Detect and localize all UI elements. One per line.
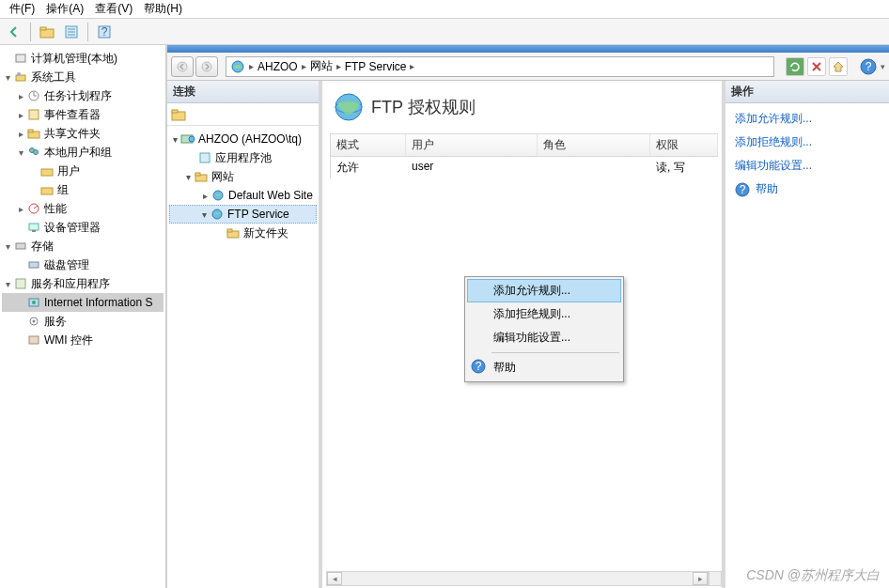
- nav-fwd-button[interactable]: [195, 56, 218, 77]
- tree-root[interactable]: 计算机管理(本地): [2, 49, 164, 68]
- properties-icon[interactable]: [61, 22, 82, 42]
- conn-apppools[interactable]: 应用程序池: [169, 148, 317, 167]
- tree-task-scheduler[interactable]: ▸任务计划程序: [2, 86, 164, 105]
- bc-right: ? ▾: [786, 57, 885, 76]
- col-role[interactable]: 角色: [538, 134, 650, 156]
- label: 存储: [31, 239, 54, 255]
- tree-iis[interactable]: Internet Information S: [2, 293, 164, 312]
- col-perm[interactable]: 权限: [650, 134, 718, 156]
- chevron-right-icon: ▸: [410, 61, 414, 71]
- actions-header: 操作: [725, 81, 889, 103]
- label: 服务: [44, 314, 67, 330]
- action-add-allow[interactable]: 添加允许规则...: [735, 111, 880, 127]
- conn-default-web-site[interactable]: ▸Default Web Site: [169, 186, 317, 205]
- ctx-edit-features[interactable]: 编辑功能设置...: [467, 326, 621, 349]
- conn-server[interactable]: ▾AHZOO (AHZOO\tq): [169, 130, 317, 148]
- chevron-right-icon: ▸: [336, 61, 341, 71]
- svg-point-10: [17, 72, 21, 76]
- col-mode[interactable]: 模式: [331, 134, 406, 156]
- tree-local-users-groups[interactable]: ▾本地用户和组: [2, 143, 164, 162]
- label: 应用程序池: [215, 150, 272, 166]
- ctx-add-deny[interactable]: 添加拒绝规则...: [467, 302, 621, 326]
- bc-ftp[interactable]: FTP Service: [345, 60, 407, 73]
- breadcrumb-path[interactable]: ▸ AHZOO ▸ 网站 ▸ FTP Service ▸: [226, 56, 774, 77]
- back-icon[interactable]: [4, 22, 24, 42]
- home-icon[interactable]: [829, 57, 848, 76]
- svg-rect-14: [29, 110, 39, 119]
- mmc-tree-pane: 计算机管理(本地) ▾系统工具 ▸任务计划程序 ▸事件查看器 ▸共享文件夹 ▾本…: [0, 45, 167, 588]
- rules-table[interactable]: 模式 用户 角色 权限 允许 user 读, 写: [330, 133, 718, 178]
- label: FTP Service: [227, 208, 289, 221]
- svg-text:?: ?: [866, 60, 872, 73]
- scroll-track[interactable]: [342, 572, 693, 585]
- nav-back-button[interactable]: [171, 56, 194, 77]
- svg-rect-24: [32, 230, 36, 232]
- tree-wmi[interactable]: WMI 控件: [2, 331, 164, 349]
- ctx-help[interactable]: ? 帮助: [467, 356, 621, 379]
- label: 网站: [211, 169, 234, 185]
- mmc-tree[interactable]: 计算机管理(本地) ▾系统工具 ▸任务计划程序 ▸事件查看器 ▸共享文件夹 ▾本…: [0, 45, 165, 353]
- tree-sys-tools[interactable]: ▾系统工具: [2, 68, 164, 86]
- separator: [30, 23, 31, 41]
- menu-action[interactable]: 操作(A): [40, 0, 89, 19]
- chevron-right-icon: ▸: [302, 61, 306, 71]
- menu-file[interactable]: 件(F): [4, 0, 40, 19]
- tree-services[interactable]: 服务: [2, 312, 164, 331]
- conn-tree[interactable]: ▾AHZOO (AHZOO\tq) 应用程序池 ▾网站 ▸Default Web…: [167, 126, 319, 588]
- tree-performance[interactable]: ▸性能: [2, 199, 164, 218]
- tree-users[interactable]: 用户: [2, 162, 164, 180]
- scrollbar-horizontal[interactable]: ◂ ▸: [326, 571, 709, 586]
- label: 组: [57, 182, 69, 198]
- label: 新文件夹: [243, 225, 289, 241]
- title-bar: [167, 45, 889, 53]
- bc-sites[interactable]: 网站: [310, 58, 333, 74]
- action-help[interactable]: ? 帮助: [735, 181, 880, 197]
- tree-shared-folders[interactable]: ▸共享文件夹: [2, 124, 164, 143]
- refresh-icon[interactable]: [786, 57, 804, 76]
- conn-new-folder[interactable]: 新文件夹: [169, 224, 317, 242]
- page-title: FTP 授权规则: [371, 96, 476, 118]
- svg-text:?: ?: [476, 360, 482, 373]
- menu-help[interactable]: 帮助(H): [138, 0, 188, 19]
- action-edit-features[interactable]: 编辑功能设置...: [735, 158, 880, 174]
- menu-bar: 件(F) 操作(A) 查看(V) 帮助(H): [0, 0, 889, 19]
- tree-disk-management[interactable]: 磁盘管理: [2, 255, 164, 274]
- svg-rect-42: [172, 110, 178, 113]
- tree-device-manager[interactable]: 设备管理器: [2, 218, 164, 237]
- col-user[interactable]: 用户: [406, 134, 538, 156]
- svg-point-33: [178, 62, 187, 71]
- help-icon[interactable]: ?: [94, 22, 115, 42]
- main-row: 计算机管理(本地) ▾系统工具 ▸任务计划程序 ▸事件查看器 ▸共享文件夹 ▾本…: [0, 45, 889, 588]
- label: 服务和应用程序: [31, 276, 110, 292]
- tree-event-viewer[interactable]: ▸事件查看器: [2, 105, 164, 124]
- label: 用户: [57, 163, 80, 179]
- label: 帮助: [756, 181, 778, 197]
- tree-services-apps[interactable]: ▾服务和应用程序: [2, 274, 164, 293]
- chevron-right-icon: ▸: [249, 61, 254, 71]
- action-add-deny[interactable]: 添加拒绝规则...: [735, 134, 880, 150]
- page-title-row: FTP 授权规则: [330, 88, 718, 133]
- stop-icon[interactable]: [807, 57, 826, 76]
- folder-up-icon[interactable]: [37, 22, 57, 42]
- ctx-add-allow[interactable]: 添加允许规则...: [467, 279, 621, 302]
- menu-view[interactable]: 查看(V): [89, 0, 138, 19]
- svg-point-18: [34, 150, 39, 155]
- scroll-left-icon[interactable]: ◂: [327, 572, 342, 585]
- folder-icon[interactable]: [171, 108, 186, 121]
- actions-pane: 操作 添加允许规则... 添加拒绝规则... 编辑功能设置... ? 帮助: [725, 81, 889, 588]
- label: 设备管理器: [44, 220, 101, 236]
- bc-host[interactable]: AHZOO: [257, 60, 298, 73]
- scroll-right-icon[interactable]: ▸: [693, 572, 708, 585]
- tree-storage[interactable]: ▾存储: [2, 237, 164, 255]
- dropdown-icon[interactable]: ▾: [881, 62, 885, 71]
- help-icon[interactable]: ?: [859, 57, 878, 76]
- conn-ftp-service[interactable]: ▾FTP Service: [169, 205, 317, 224]
- svg-rect-47: [195, 173, 200, 176]
- table-row[interactable]: 允许 user 读, 写: [331, 157, 718, 178]
- tree-groups[interactable]: 组: [2, 180, 164, 199]
- toolbar: ?: [0, 19, 889, 45]
- ctx-separator: [491, 352, 619, 353]
- svg-rect-1: [40, 27, 46, 30]
- conn-sites[interactable]: ▾网站: [169, 167, 317, 186]
- cell-perm: 读, 写: [650, 157, 718, 178]
